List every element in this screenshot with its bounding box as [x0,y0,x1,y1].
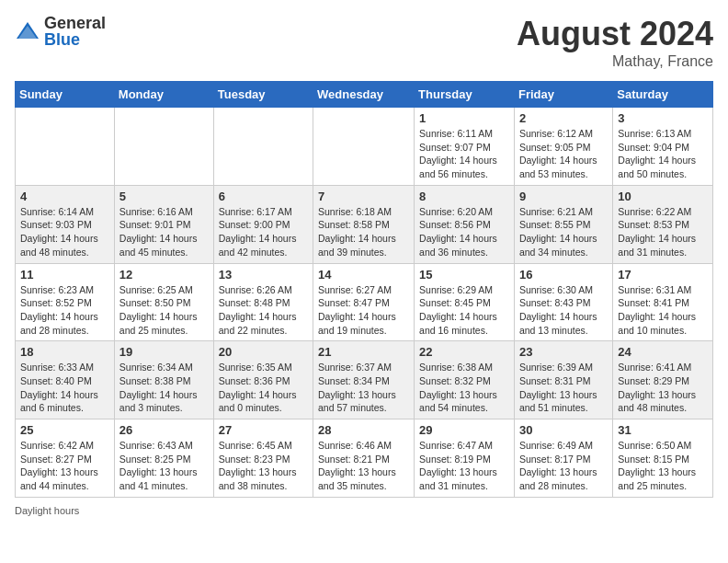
calendar-cell: 23Sunrise: 6:39 AM Sunset: 8:31 PM Dayli… [514,341,612,419]
day-info: Sunrise: 6:27 AM Sunset: 8:47 PM Dayligh… [318,283,409,338]
calendar-cell: 21Sunrise: 6:37 AM Sunset: 8:34 PM Dayli… [313,341,415,419]
day-header-monday: Monday [114,82,213,108]
calendar-cell: 4Sunrise: 6:14 AM Sunset: 9:03 PM Daylig… [16,185,115,263]
calendar-week-5: 25Sunrise: 6:42 AM Sunset: 8:27 PM Dayli… [16,419,713,498]
day-info: Sunrise: 6:46 AM Sunset: 8:21 PM Dayligh… [318,439,409,493]
calendar-cell: 26Sunrise: 6:43 AM Sunset: 8:25 PM Dayli… [114,419,213,498]
day-number: 10 [618,190,708,203]
day-number: 3 [618,111,708,125]
day-header-wednesday: Wednesday [313,82,415,108]
day-number: 22 [419,345,509,359]
day-number: 2 [519,111,608,125]
calendar-cell: 28Sunrise: 6:46 AM Sunset: 8:21 PM Dayli… [313,419,415,498]
day-info: Sunrise: 6:16 AM Sunset: 9:01 PM Dayligh… [119,205,209,259]
day-number: 17 [618,268,708,282]
calendar-cell [313,108,415,186]
day-number: 25 [20,423,109,437]
day-info: Sunrise: 6:38 AM Sunset: 8:32 PM Dayligh… [419,361,509,415]
day-number: 5 [119,190,209,203]
day-number: 24 [618,345,708,359]
location: Mathay, France [517,53,713,70]
day-number: 19 [119,345,209,359]
calendar-cell: 7Sunrise: 6:18 AM Sunset: 8:58 PM Daylig… [313,185,415,263]
day-number: 31 [618,423,708,437]
day-number: 18 [20,345,109,359]
day-info: Sunrise: 6:45 AM Sunset: 8:23 PM Dayligh… [219,439,308,493]
day-number: 7 [318,190,409,203]
calendar-cell: 19Sunrise: 6:34 AM Sunset: 8:38 PM Dayli… [114,341,213,419]
calendar-cell: 18Sunrise: 6:33 AM Sunset: 8:40 PM Dayli… [16,341,115,419]
day-number: 11 [20,268,109,282]
day-number: 4 [20,190,109,203]
calendar-cell: 16Sunrise: 6:30 AM Sunset: 8:43 PM Dayli… [514,263,612,341]
day-info: Sunrise: 6:13 AM Sunset: 9:04 PM Dayligh… [618,127,708,181]
day-info: Sunrise: 6:26 AM Sunset: 8:48 PM Dayligh… [219,283,308,338]
day-number: 12 [119,268,209,282]
day-info: Sunrise: 6:39 AM Sunset: 8:31 PM Dayligh… [519,361,608,415]
calendar-table: SundayMondayTuesdayWednesdayThursdayFrid… [15,81,713,498]
day-info: Sunrise: 6:17 AM Sunset: 9:00 PM Dayligh… [219,205,308,259]
calendar-cell: 14Sunrise: 6:27 AM Sunset: 8:47 PM Dayli… [313,263,415,341]
calendar-cell: 10Sunrise: 6:22 AM Sunset: 8:53 PM Dayli… [613,185,713,263]
day-header-friday: Friday [514,82,612,108]
logo: General Blue [15,15,106,48]
day-info: Sunrise: 6:11 AM Sunset: 9:07 PM Dayligh… [419,127,509,181]
day-number: 16 [519,268,608,282]
calendar-cell: 31Sunrise: 6:50 AM Sunset: 8:15 PM Dayli… [613,419,713,498]
calendar-week-1: 1Sunrise: 6:11 AM Sunset: 9:07 PM Daylig… [16,108,713,186]
day-info: Sunrise: 6:35 AM Sunset: 8:36 PM Dayligh… [219,361,308,415]
calendar-cell: 12Sunrise: 6:25 AM Sunset: 8:50 PM Dayli… [114,263,213,341]
day-info: Sunrise: 6:31 AM Sunset: 8:41 PM Dayligh… [618,283,708,338]
calendar-cell: 24Sunrise: 6:41 AM Sunset: 8:29 PM Dayli… [613,341,713,419]
calendar-cell: 30Sunrise: 6:49 AM Sunset: 8:17 PM Dayli… [514,419,612,498]
logo-icon [15,18,40,44]
day-number: 21 [318,345,409,359]
calendar-cell: 9Sunrise: 6:21 AM Sunset: 8:55 PM Daylig… [514,185,612,263]
day-info: Sunrise: 6:42 AM Sunset: 8:27 PM Dayligh… [20,439,109,493]
calendar-cell: 29Sunrise: 6:47 AM Sunset: 8:19 PM Dayli… [415,419,515,498]
calendar-cell: 6Sunrise: 6:17 AM Sunset: 9:00 PM Daylig… [213,185,313,263]
day-number: 26 [119,423,209,437]
day-number: 30 [519,423,608,437]
day-header-sunday: Sunday [16,82,115,108]
calendar-cell: 2Sunrise: 6:12 AM Sunset: 9:05 PM Daylig… [514,108,612,186]
calendar-week-3: 11Sunrise: 6:23 AM Sunset: 8:52 PM Dayli… [16,263,713,341]
calendar-cell [213,108,313,186]
calendar-cell: 11Sunrise: 6:23 AM Sunset: 8:52 PM Dayli… [16,263,115,341]
calendar-cell: 5Sunrise: 6:16 AM Sunset: 9:01 PM Daylig… [114,185,213,263]
day-info: Sunrise: 6:23 AM Sunset: 8:52 PM Dayligh… [20,283,109,338]
header-row: SundayMondayTuesdayWednesdayThursdayFrid… [16,82,713,108]
footer: Daylight hours [15,505,713,516]
logo-text: General Blue [44,15,106,48]
calendar-cell: 27Sunrise: 6:45 AM Sunset: 8:23 PM Dayli… [213,419,313,498]
day-info: Sunrise: 6:50 AM Sunset: 8:15 PM Dayligh… [618,439,708,493]
daylight-hours-label: Daylight hours [15,505,79,516]
day-info: Sunrise: 6:34 AM Sunset: 8:38 PM Dayligh… [119,361,209,415]
calendar-cell: 22Sunrise: 6:38 AM Sunset: 8:32 PM Dayli… [415,341,515,419]
day-number: 28 [318,423,409,437]
day-info: Sunrise: 6:41 AM Sunset: 8:29 PM Dayligh… [618,361,708,415]
day-info: Sunrise: 6:49 AM Sunset: 8:17 PM Dayligh… [519,439,608,493]
day-info: Sunrise: 6:12 AM Sunset: 9:05 PM Dayligh… [519,127,608,181]
calendar-cell: 20Sunrise: 6:35 AM Sunset: 8:36 PM Dayli… [213,341,313,419]
day-number: 20 [219,345,308,359]
calendar-cell: 17Sunrise: 6:31 AM Sunset: 8:41 PM Dayli… [613,263,713,341]
calendar-cell [114,108,213,186]
day-header-tuesday: Tuesday [213,82,313,108]
page-header: General Blue August 2024 Mathay, France [15,15,713,70]
day-number: 27 [219,423,308,437]
day-info: Sunrise: 6:30 AM Sunset: 8:43 PM Dayligh… [519,283,608,338]
day-number: 15 [419,268,509,282]
day-info: Sunrise: 6:29 AM Sunset: 8:45 PM Dayligh… [419,283,509,338]
day-number: 23 [519,345,608,359]
day-header-thursday: Thursday [415,82,515,108]
day-number: 9 [519,190,608,203]
day-number: 6 [219,190,308,203]
day-info: Sunrise: 6:37 AM Sunset: 8:34 PM Dayligh… [318,361,409,415]
day-info: Sunrise: 6:22 AM Sunset: 8:53 PM Dayligh… [618,205,708,259]
day-header-saturday: Saturday [613,82,713,108]
calendar-cell: 8Sunrise: 6:20 AM Sunset: 8:56 PM Daylig… [415,185,515,263]
day-number: 29 [419,423,509,437]
day-number: 14 [318,268,409,282]
day-info: Sunrise: 6:14 AM Sunset: 9:03 PM Dayligh… [20,205,109,259]
